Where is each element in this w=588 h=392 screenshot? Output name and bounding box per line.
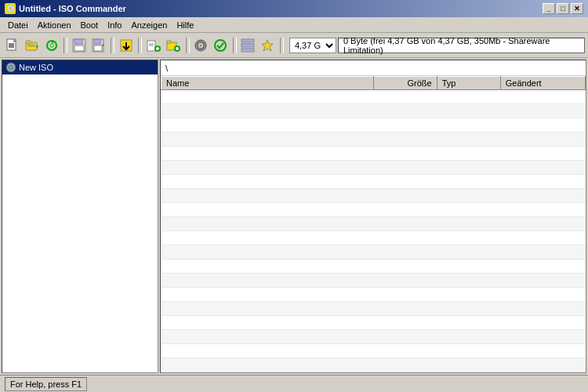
separator-3: [138, 38, 139, 53]
table-cell: [162, 189, 374, 203]
table-cell: [373, 358, 437, 372]
separator-2-light: [114, 38, 114, 53]
table-row[interactable]: [162, 330, 586, 344]
table-cell: [500, 245, 585, 260]
open-button[interactable]: [23, 36, 41, 55]
title-bar-buttons: _ □ ✕: [543, 3, 583, 14]
table-row[interactable]: [162, 147, 586, 161]
table-row[interactable]: [162, 132, 586, 147]
table-cell: [373, 161, 437, 175]
table-cell: [162, 132, 374, 147]
table-cell: [500, 217, 585, 231]
col-header-type[interactable]: Typ: [437, 77, 500, 90]
table-row[interactable]: [162, 217, 586, 231]
table-row[interactable]: [162, 203, 586, 217]
table-cell: [500, 203, 585, 217]
col-header-modified[interactable]: Geändert: [500, 77, 585, 90]
svg-point-32: [200, 44, 202, 46]
table-cell: [500, 161, 585, 175]
menu-hilfe[interactable]: Hilfe: [172, 19, 198, 31]
file-list-table: Name Größe Typ Geändert: [161, 76, 586, 372]
add-folder-button[interactable]: [165, 36, 183, 55]
save-button[interactable]: [70, 36, 88, 55]
menu-datei[interactable]: Datei: [3, 19, 33, 31]
svg-rect-11: [74, 39, 82, 44]
table-cell: [162, 90, 374, 104]
check-button[interactable]: [212, 36, 230, 55]
svg-point-9: [50, 44, 53, 47]
table-row[interactable]: [162, 175, 586, 189]
table-row[interactable]: [162, 118, 586, 132]
menu-bar: Datei Aktionen Boot Info Anzeigen Hilfe: [0, 17, 588, 33]
svg-rect-14: [94, 39, 100, 44]
properties-button[interactable]: [239, 36, 257, 55]
table-cell: [162, 260, 374, 274]
table-cell: [373, 245, 437, 260]
table-cell: [162, 118, 374, 132]
table-cell: [500, 260, 585, 274]
table-row[interactable]: [162, 189, 586, 203]
table-cell: [162, 245, 374, 260]
table-row[interactable]: [162, 302, 586, 316]
table-cell: [500, 118, 585, 132]
table-cell: [373, 118, 437, 132]
table-row[interactable]: [162, 358, 586, 372]
maximize-button[interactable]: □: [557, 3, 569, 14]
table-row[interactable]: [162, 372, 586, 373]
menu-info[interactable]: Info: [103, 19, 126, 31]
table-row[interactable]: [162, 316, 586, 330]
size-dropdown[interactable]: 4,37 GB 700 MB 4,7 GB 8,5 GB: [289, 38, 336, 53]
refresh-button[interactable]: [42, 36, 60, 55]
save-as-button[interactable]: +: [89, 36, 107, 55]
burn-button[interactable]: [192, 36, 210, 55]
separator-1-light: [67, 38, 67, 53]
menu-anzeigen[interactable]: Anzeigen: [127, 19, 172, 31]
separator-5: [233, 38, 234, 53]
table-row[interactable]: [162, 161, 586, 175]
table-cell: [500, 104, 585, 118]
file-table[interactable]: Name Größe Typ Geändert: [161, 76, 586, 372]
close-button[interactable]: ✕: [571, 3, 583, 14]
menu-aktionen[interactable]: Aktionen: [33, 19, 76, 31]
table-cell: [162, 274, 374, 288]
table-cell: [437, 302, 500, 316]
col-header-name[interactable]: Name: [162, 77, 374, 90]
table-row[interactable]: [162, 90, 586, 104]
table-cell: [162, 147, 374, 161]
col-header-size[interactable]: Größe: [373, 77, 437, 90]
tree-item-new-iso[interactable]: New ISO: [2, 60, 158, 74]
title-bar-left: 💿 Untitled - ISO Commander: [5, 3, 126, 14]
table-cell: [162, 344, 374, 358]
table-row[interactable]: [162, 104, 586, 118]
separator-6: [280, 38, 281, 53]
main-area: New ISO \ Name Größe Typ Geändert: [0, 58, 588, 375]
minimize-button[interactable]: _: [543, 3, 555, 14]
add-file-button[interactable]: [144, 36, 162, 55]
table-row[interactable]: [162, 260, 586, 274]
table-row[interactable]: [162, 344, 586, 358]
separator-5-light: [236, 38, 237, 53]
table-cell: [162, 288, 374, 302]
table-row[interactable]: [162, 245, 586, 260]
table-cell: [437, 161, 500, 175]
menu-boot[interactable]: Boot: [76, 19, 103, 31]
table-cell: [437, 203, 500, 217]
table-cell: [373, 104, 437, 118]
svg-point-33: [215, 40, 226, 51]
path-bar: \: [161, 60, 586, 76]
new-button[interactable]: [3, 36, 21, 55]
separator-3-light: [141, 38, 142, 53]
extract-button[interactable]: [117, 36, 135, 55]
table-cell: [500, 302, 585, 316]
table-cell: [500, 189, 585, 203]
table-row[interactable]: [162, 274, 586, 288]
table-cell: [162, 217, 374, 231]
table-row[interactable]: [162, 288, 586, 302]
table-row[interactable]: [162, 231, 586, 245]
app-icon: 💿: [5, 3, 16, 14]
table-cell: [373, 90, 437, 104]
size-selector: 4,37 GB 700 MB 4,7 GB 8,5 GB 0 Byte (fre…: [289, 38, 585, 53]
options-button[interactable]: [259, 36, 277, 55]
table-cell: [437, 330, 500, 344]
svg-marker-37: [262, 40, 273, 51]
